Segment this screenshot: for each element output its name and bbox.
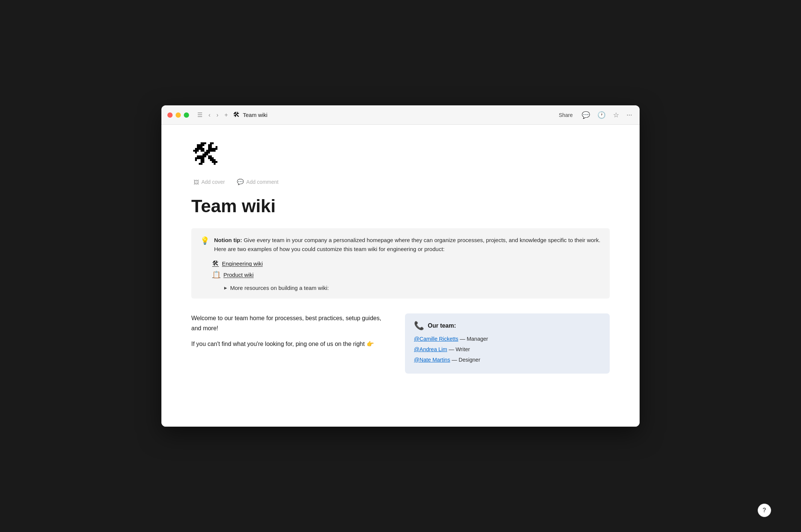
history-icon: 🕐: [597, 111, 606, 119]
notion-tip-callout: 💡 Notion tip: Give every team in your co…: [191, 228, 610, 299]
star-icon: ☆: [613, 111, 619, 119]
add-comment-button[interactable]: 💬 Add comment: [235, 177, 281, 187]
nate-martins-link[interactable]: @Nate Martins: [414, 357, 450, 363]
comment-icon: 💬: [582, 111, 590, 119]
toggle-label: More resources on building a team wiki:: [230, 285, 329, 291]
right-column: 📞 Our team: @Camille Ricketts — Manager …: [405, 313, 610, 374]
callout-links: 🛠 Engineering wiki 📋 Product wiki ▶ More…: [212, 260, 601, 291]
back-button[interactable]: ‹: [206, 110, 213, 120]
comment-button[interactable]: 💬: [580, 109, 591, 121]
tools-icon: 🛠: [212, 260, 219, 267]
forward-button[interactable]: ›: [214, 110, 220, 120]
callout-tip-bold: Notion tip:: [214, 237, 242, 243]
andrea-role: — Writer: [449, 346, 470, 352]
team-member-1: @Camille Ricketts — Manager: [414, 335, 601, 343]
page-icon-large: 🛠: [191, 140, 610, 170]
camille-ricketts-link[interactable]: @Camille Ricketts: [414, 336, 458, 342]
forward-icon: ›: [216, 112, 218, 118]
engineering-wiki-label: Engineering wiki: [222, 260, 263, 267]
history-button[interactable]: 🕐: [596, 109, 607, 121]
help-button[interactable]: ?: [758, 504, 771, 517]
image-icon: 🖼: [194, 179, 199, 185]
andrea-lim-link[interactable]: @Andrea Lim: [414, 346, 447, 352]
sidebar-toggle-button[interactable]: ☰: [195, 110, 205, 120]
camille-role: — Manager: [460, 336, 488, 342]
app-window: ☰ ‹ › + 🛠 Team wiki Share 💬 🕐: [161, 105, 640, 427]
page-title: Team wiki: [191, 196, 610, 216]
chat-icon: 💬: [237, 179, 244, 185]
ellipsis-icon: ···: [627, 111, 632, 119]
engineering-wiki-link[interactable]: 🛠 Engineering wiki: [212, 260, 601, 267]
add-cover-label: Add cover: [201, 179, 225, 185]
callout-header: 💡 Notion tip: Give every team in your co…: [200, 236, 601, 254]
team-member-3: @Nate Martins — Designer: [414, 356, 601, 364]
title-bar-right: Share 💬 🕐 ☆ ···: [556, 109, 634, 121]
nav-controls: ☰ ‹ › +: [195, 110, 230, 120]
title-bar: ☰ ‹ › + 🛠 Team wiki Share 💬 🕐: [161, 105, 640, 125]
clipboard-icon: 📋: [212, 270, 220, 279]
minimize-button[interactable]: [176, 112, 181, 118]
team-member-2: @Andrea Lim — Writer: [414, 346, 601, 354]
plus-icon: +: [225, 112, 228, 118]
share-button[interactable]: Share: [556, 111, 576, 120]
two-column-section: Welcome to our team home for processes, …: [191, 313, 610, 374]
page-icon-small: 🛠: [233, 111, 240, 119]
sidebar-icon: ☰: [197, 111, 202, 118]
meta-actions: 🖼 Add cover 💬 Add comment: [191, 177, 610, 187]
welcome-text-1: Welcome to our team home for processes, …: [191, 313, 390, 333]
lightbulb-icon: 💡: [200, 236, 210, 245]
welcome-text-2: If you can't find what you're looking fo…: [191, 339, 390, 349]
product-wiki-label: Product wiki: [223, 272, 254, 278]
close-button[interactable]: [167, 112, 173, 118]
add-comment-label: Add comment: [246, 179, 278, 185]
more-resources-toggle[interactable]: ▶ More resources on building a team wiki…: [224, 285, 601, 291]
favorite-button[interactable]: ☆: [612, 109, 621, 121]
more-button[interactable]: ···: [625, 109, 634, 120]
product-wiki-link[interactable]: 📋 Product wiki: [212, 270, 601, 279]
team-header-label: Our team:: [428, 322, 456, 329]
add-cover-button[interactable]: 🖼 Add cover: [191, 177, 227, 187]
new-tab-button[interactable]: +: [222, 110, 230, 120]
triangle-icon: ▶: [224, 286, 227, 290]
content-area: 🛠 🖼 Add cover 💬 Add comment Team wiki 💡 …: [161, 125, 640, 427]
title-bar-center: 🛠 Team wiki: [233, 111, 556, 119]
team-header: 📞 Our team:: [414, 321, 601, 331]
back-icon: ‹: [208, 112, 210, 118]
traffic-lights: [167, 112, 189, 118]
page-title-bar: Team wiki: [243, 112, 267, 118]
fullscreen-button[interactable]: [184, 112, 189, 118]
callout-text: Notion tip: Give every team in your comp…: [214, 236, 601, 254]
callout-tip-text: Give every team in your company a person…: [214, 237, 600, 252]
phone-icon: 📞: [414, 321, 424, 331]
left-column: Welcome to our team home for processes, …: [191, 313, 396, 374]
nate-role: — Designer: [452, 357, 480, 363]
